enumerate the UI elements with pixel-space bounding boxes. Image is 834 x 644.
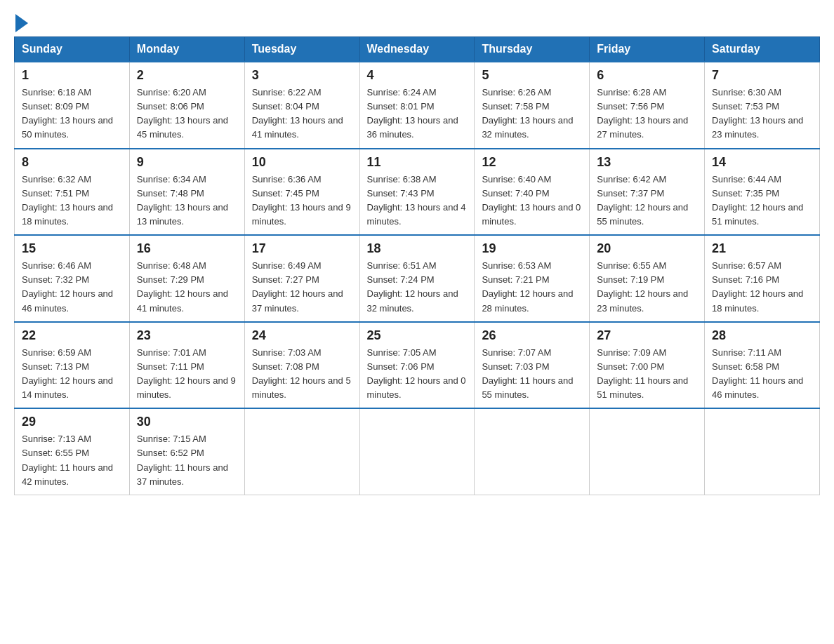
calendar-table: SundayMondayTuesdayWednesdayThursdayFrid… [14,36,820,495]
calendar-cell: 19Sunrise: 6:53 AMSunset: 7:21 PMDayligh… [475,235,590,322]
day-info: Sunrise: 7:07 AMSunset: 7:03 PMDaylight:… [482,346,582,403]
day-info: Sunrise: 6:40 AMSunset: 7:40 PMDaylight:… [482,173,582,229]
weekday-header-saturday: Saturday [705,37,820,62]
calendar-cell: 15Sunrise: 6:46 AMSunset: 7:32 PMDayligh… [15,235,130,322]
calendar-cell [244,408,359,495]
day-info: Sunrise: 7:15 AMSunset: 6:52 PMDaylight:… [137,432,237,489]
day-number: 24 [252,328,352,343]
day-info: Sunrise: 6:24 AMSunset: 8:01 PMDaylight:… [367,86,468,142]
day-number: 19 [482,241,582,256]
day-info: Sunrise: 7:03 AMSunset: 7:08 PMDaylight:… [252,346,352,403]
day-info: Sunrise: 6:51 AMSunset: 7:24 PMDaylight:… [367,259,468,316]
day-info: Sunrise: 6:18 AMSunset: 8:09 PMDaylight:… [22,86,122,142]
calendar-cell: 3Sunrise: 6:22 AMSunset: 8:04 PMDaylight… [244,62,359,149]
day-number: 20 [597,241,697,256]
day-number: 2 [137,68,237,83]
day-info: Sunrise: 6:20 AMSunset: 8:06 PMDaylight:… [137,86,237,142]
day-info: Sunrise: 6:30 AMSunset: 7:53 PMDaylight:… [712,86,812,142]
calendar-cell [475,408,590,495]
day-number: 8 [22,155,122,170]
day-number: 30 [137,415,237,429]
calendar-week-row: 29Sunrise: 7:13 AMSunset: 6:55 PMDayligh… [15,408,820,495]
calendar-cell: 17Sunrise: 6:49 AMSunset: 7:27 PMDayligh… [244,235,359,322]
day-info: Sunrise: 6:53 AMSunset: 7:21 PMDaylight:… [482,259,582,316]
calendar-week-row: 1Sunrise: 6:18 AMSunset: 8:09 PMDaylight… [15,62,820,149]
day-info: Sunrise: 6:26 AMSunset: 7:58 PMDaylight:… [482,86,582,142]
day-number: 27 [597,328,697,343]
calendar-cell: 23Sunrise: 7:01 AMSunset: 7:11 PMDayligh… [129,322,244,409]
day-number: 12 [482,155,582,170]
day-info: Sunrise: 6:42 AMSunset: 7:37 PMDaylight:… [597,173,697,229]
weekday-header-monday: Monday [129,37,244,62]
calendar-cell: 16Sunrise: 6:48 AMSunset: 7:29 PMDayligh… [129,235,244,322]
calendar-cell: 8Sunrise: 6:32 AMSunset: 7:51 PMDaylight… [15,149,130,236]
day-number: 18 [367,241,468,256]
day-info: Sunrise: 6:22 AMSunset: 8:04 PMDaylight:… [252,86,352,142]
weekday-header-friday: Friday [590,37,705,62]
calendar-header-row: SundayMondayTuesdayWednesdayThursdayFrid… [15,37,820,62]
day-info: Sunrise: 6:57 AMSunset: 7:16 PMDaylight:… [712,259,812,316]
calendar-cell: 2Sunrise: 6:20 AMSunset: 8:06 PMDaylight… [129,62,244,149]
day-info: Sunrise: 6:38 AMSunset: 7:43 PMDaylight:… [367,173,468,229]
day-number: 7 [712,68,812,83]
day-number: 21 [712,241,812,256]
day-info: Sunrise: 7:01 AMSunset: 7:11 PMDaylight:… [137,346,237,403]
day-info: Sunrise: 6:28 AMSunset: 7:56 PMDaylight:… [597,86,697,142]
weekday-header-thursday: Thursday [475,37,590,62]
day-number: 6 [597,68,697,83]
calendar-cell: 21Sunrise: 6:57 AMSunset: 7:16 PMDayligh… [705,235,820,322]
calendar-cell [359,408,475,495]
calendar-cell: 5Sunrise: 6:26 AMSunset: 7:58 PMDaylight… [475,62,590,149]
day-number: 22 [22,328,122,343]
day-info: Sunrise: 6:32 AMSunset: 7:51 PMDaylight:… [22,173,122,229]
calendar-cell: 7Sunrise: 6:30 AMSunset: 7:53 PMDaylight… [705,62,820,149]
page-header [14,14,820,29]
calendar-cell: 28Sunrise: 7:11 AMSunset: 6:58 PMDayligh… [705,322,820,409]
calendar-cell: 4Sunrise: 6:24 AMSunset: 8:01 PMDaylight… [359,62,475,149]
calendar-cell: 6Sunrise: 6:28 AMSunset: 7:56 PMDaylight… [590,62,705,149]
day-number: 17 [252,241,352,256]
day-number: 13 [597,155,697,170]
calendar-cell: 13Sunrise: 6:42 AMSunset: 7:37 PMDayligh… [590,149,705,236]
calendar-cell: 18Sunrise: 6:51 AMSunset: 7:24 PMDayligh… [359,235,475,322]
day-number: 29 [22,415,122,429]
day-info: Sunrise: 6:44 AMSunset: 7:35 PMDaylight:… [712,173,812,229]
day-info: Sunrise: 6:46 AMSunset: 7:32 PMDaylight:… [22,259,122,316]
calendar-cell: 26Sunrise: 7:07 AMSunset: 7:03 PMDayligh… [475,322,590,409]
day-number: 1 [22,68,122,83]
calendar-cell: 22Sunrise: 6:59 AMSunset: 7:13 PMDayligh… [15,322,130,409]
calendar-cell: 12Sunrise: 6:40 AMSunset: 7:40 PMDayligh… [475,149,590,236]
calendar-cell: 27Sunrise: 7:09 AMSunset: 7:00 PMDayligh… [590,322,705,409]
day-info: Sunrise: 7:09 AMSunset: 7:00 PMDaylight:… [597,346,697,403]
day-number: 5 [482,68,582,83]
day-number: 16 [137,241,237,256]
calendar-cell: 10Sunrise: 6:36 AMSunset: 7:45 PMDayligh… [244,149,359,236]
day-info: Sunrise: 6:36 AMSunset: 7:45 PMDaylight:… [252,173,352,229]
day-info: Sunrise: 6:55 AMSunset: 7:19 PMDaylight:… [597,259,697,316]
day-number: 25 [367,328,468,343]
day-info: Sunrise: 7:05 AMSunset: 7:06 PMDaylight:… [367,346,468,403]
day-number: 28 [712,328,812,343]
day-number: 14 [712,155,812,170]
calendar-cell: 11Sunrise: 6:38 AMSunset: 7:43 PMDayligh… [359,149,475,236]
weekday-header-tuesday: Tuesday [244,37,359,62]
logo [14,14,28,29]
calendar-week-row: 8Sunrise: 6:32 AMSunset: 7:51 PMDaylight… [15,149,820,236]
day-number: 9 [137,155,237,170]
day-info: Sunrise: 7:11 AMSunset: 6:58 PMDaylight:… [712,346,812,403]
weekday-header-wednesday: Wednesday [359,37,475,62]
calendar-cell: 1Sunrise: 6:18 AMSunset: 8:09 PMDaylight… [15,62,130,149]
day-number: 11 [367,155,468,170]
calendar-cell: 14Sunrise: 6:44 AMSunset: 7:35 PMDayligh… [705,149,820,236]
day-number: 23 [137,328,237,343]
day-number: 4 [367,68,468,83]
calendar-cell: 25Sunrise: 7:05 AMSunset: 7:06 PMDayligh… [359,322,475,409]
day-info: Sunrise: 6:59 AMSunset: 7:13 PMDaylight:… [22,346,122,403]
calendar-cell [705,408,820,495]
day-info: Sunrise: 6:49 AMSunset: 7:27 PMDaylight:… [252,259,352,316]
calendar-cell: 30Sunrise: 7:15 AMSunset: 6:52 PMDayligh… [129,408,244,495]
day-info: Sunrise: 7:13 AMSunset: 6:55 PMDaylight:… [22,432,122,489]
calendar-cell: 24Sunrise: 7:03 AMSunset: 7:08 PMDayligh… [244,322,359,409]
day-number: 15 [22,241,122,256]
calendar-cell: 29Sunrise: 7:13 AMSunset: 6:55 PMDayligh… [15,408,130,495]
